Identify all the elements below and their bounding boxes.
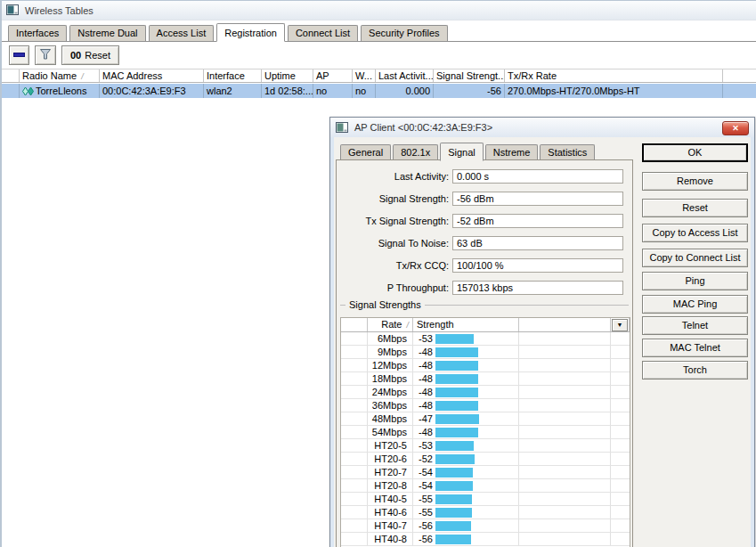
field-value-last-activity[interactable]: 0.000 s: [452, 169, 623, 184]
strength-value: -48: [413, 360, 433, 371]
signal-row-ht20-6[interactable]: HT20-6-52: [341, 453, 630, 466]
header-rate-cell[interactable]: Rate/: [368, 318, 413, 331]
column-header-tx-rx-rate[interactable]: Tx/Rx Rate: [505, 69, 723, 82]
column-header-uptime[interactable]: Uptime: [262, 69, 313, 82]
strength-cell: -48: [413, 399, 519, 412]
tab-interfaces[interactable]: Interfaces: [8, 25, 67, 41]
signal-row-54mbps[interactable]: 54Mbps-48: [341, 426, 630, 439]
signal-row-18mbps[interactable]: 18Mbps-48: [341, 372, 630, 386]
dialog-titlebar: AP Client <00:0C:42:3A:E9:F3> ✕: [330, 118, 754, 137]
signal-row-ht40-5[interactable]: HT40-5-55: [341, 493, 630, 506]
column-header-w[interactable]: W...: [353, 69, 376, 82]
signal-row-36mbps[interactable]: 36Mbps-48: [341, 399, 630, 412]
copy-to-access-list-button[interactable]: Copy to Access List: [642, 224, 748, 242]
filter-button[interactable]: [35, 45, 56, 65]
registration-table-row[interactable]: TorreLleons00:0C:42:3A:E9:F3wlan21d 02:5…: [2, 84, 756, 98]
rate-cell: 18Mbps: [368, 372, 413, 385]
reset-button[interactable]: 00 Reset: [61, 45, 119, 65]
column-header-mac-address[interactable]: MAC Address: [100, 69, 204, 82]
row-blank-cell: [341, 519, 368, 532]
column-header-radio-name[interactable]: Radio Name/: [20, 69, 100, 82]
row-cell-mac-address[interactable]: 00:0C:42:3A:E9:F3: [100, 84, 204, 98]
row-cell-interface[interactable]: wlan2: [204, 84, 262, 98]
tab-nstreme[interactable]: Nstreme: [485, 144, 539, 160]
tab-security-profiles[interactable]: Security Profiles: [361, 25, 447, 41]
sort-asc-icon: /: [81, 72, 84, 81]
field-value-tx-signal-strength[interactable]: -52 dBm: [452, 214, 623, 228]
tab-connect-list[interactable]: Connect List: [288, 25, 358, 41]
field-value-tx-rx-ccq[interactable]: 100/100 %: [452, 258, 623, 273]
signal-row-12mbps[interactable]: 12Mbps-48: [341, 359, 630, 372]
row-blank-cell: [341, 372, 368, 385]
tab-nstreme-dual[interactable]: Nstreme Dual: [69, 25, 145, 41]
strength-bar: [435, 454, 475, 464]
row-filler-cell: [611, 453, 630, 465]
signal-row-6mbps[interactable]: 6Mbps-53: [341, 332, 630, 346]
field-value-signal-to-noise[interactable]: 63 dB: [452, 236, 623, 250]
registration-table-header[interactable]: Radio Name/MAC AddressInterfaceUptimeAPW…: [2, 69, 756, 83]
tab-registration[interactable]: Registration: [216, 23, 285, 42]
signal-strengths-table-header[interactable]: Rate/ Strength ▼: [341, 318, 630, 332]
signal-row-ht20-5[interactable]: HT20-5-53: [341, 439, 630, 453]
row-cell-radio-name[interactable]: TorreLleons: [20, 84, 100, 98]
strength-cell: -55: [413, 506, 519, 518]
column-header-last-activit[interactable]: Last Activit...: [376, 69, 434, 82]
row-selector-cell: [2, 84, 20, 98]
column-header-signal-strengt[interactable]: Signal Strengt...: [434, 69, 505, 82]
telnet-button[interactable]: Telnet: [642, 316, 748, 335]
row-cell-last-activit[interactable]: 0.000: [376, 84, 434, 98]
copy-to-connect-list-button[interactable]: Copy to Connect List: [642, 249, 748, 267]
row-blank-cell: [341, 332, 368, 345]
row-empty-cell: [519, 359, 611, 371]
signal-row-48mbps[interactable]: 48Mbps-47: [341, 412, 630, 426]
rate-cell: HT20-6: [368, 453, 413, 465]
mac-telnet-button[interactable]: MAC Telnet: [642, 339, 748, 357]
window-title: Wireless Tables: [25, 5, 93, 16]
field-value-signal-strength[interactable]: -56 dBm: [452, 192, 623, 206]
row-blank-cell: [341, 426, 368, 438]
signal-row-9mbps[interactable]: 9Mbps-48: [341, 346, 630, 359]
column-dropdown-button[interactable]: ▼: [612, 319, 628, 331]
row-cell-ap[interactable]: no: [313, 84, 353, 98]
strength-value: -48: [413, 400, 433, 411]
tab-general[interactable]: General: [340, 144, 391, 160]
remove-entry-button[interactable]: [9, 45, 29, 65]
strength-cell: -47: [413, 412, 519, 425]
tab-signal[interactable]: Signal: [440, 143, 484, 161]
header-strength-cell[interactable]: Strength: [413, 318, 519, 331]
field-signal-to-noise: Signal To Noise:63 dB: [337, 236, 632, 250]
row-empty-cell: [519, 372, 611, 385]
mac-ping-button[interactable]: MAC Ping: [642, 295, 748, 314]
row-cell-w[interactable]: no: [353, 84, 376, 98]
strength-cell: -54: [413, 466, 519, 478]
signal-row-ht40-6[interactable]: HT40-6-55: [341, 506, 630, 519]
row-cell-uptime[interactable]: 1d 02:58:...: [262, 84, 313, 98]
row-empty-cell: [519, 412, 611, 425]
tab-802-1x[interactable]: 802.1x: [393, 144, 438, 160]
close-icon[interactable]: ✕: [722, 121, 749, 135]
row-cell-tx-rx-rate[interactable]: 270.0Mbps-HT/270.0Mbps-HT: [505, 84, 723, 98]
remove-button[interactable]: Remove: [642, 172, 748, 191]
field-tx-rx-ccq: Tx/Rx CCQ:100/100 %: [337, 258, 632, 273]
ok-button[interactable]: OK: [642, 143, 748, 162]
signal-row-ht20-7[interactable]: HT20-7-54: [341, 466, 630, 479]
column-header-ap[interactable]: AP: [313, 69, 353, 82]
strength-cell: -48: [413, 386, 519, 398]
column-header-interface[interactable]: Interface: [204, 69, 262, 82]
row-filler-cell: [611, 372, 630, 385]
signal-row-24mbps[interactable]: 24Mbps-48: [341, 386, 630, 399]
signal-row-ht40-7[interactable]: HT40-7-56: [341, 519, 630, 533]
row-filler-cell: [611, 386, 630, 398]
torch-button[interactable]: Torch: [642, 361, 748, 380]
field-label-tx-rx-ccq: Tx/Rx CCQ:: [337, 260, 452, 271]
signal-row-ht20-8[interactable]: HT20-8-54: [341, 479, 630, 493]
strength-bar: [435, 521, 471, 531]
signal-row-ht40-8[interactable]: HT40-8-56: [341, 533, 630, 546]
strength-bar: [435, 535, 471, 544]
tab-access-list[interactable]: Access List: [149, 25, 215, 41]
reset-button[interactable]: Reset: [642, 199, 748, 217]
row-cell-signal-strengt[interactable]: -56: [434, 84, 505, 98]
field-value-p-throughput[interactable]: 157013 kbps: [452, 281, 623, 295]
tab-statistics[interactable]: Statistics: [540, 144, 595, 160]
ping-button[interactable]: Ping: [642, 272, 748, 290]
